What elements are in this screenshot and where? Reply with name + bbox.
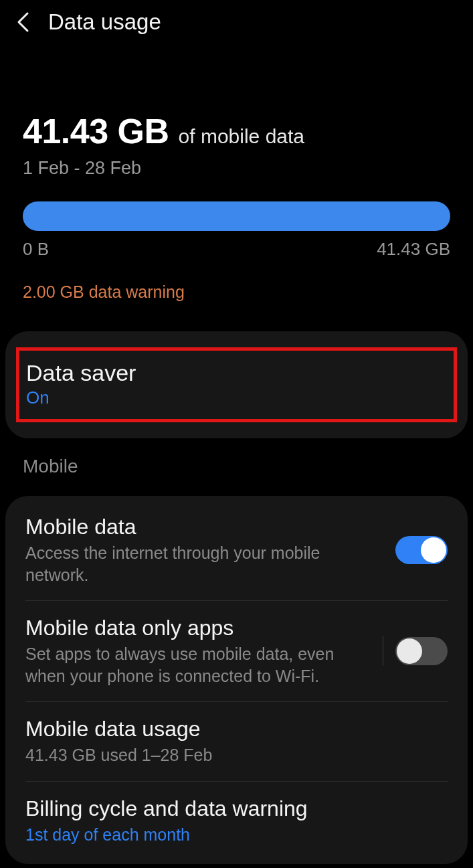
mobile-data-toggle[interactable] <box>395 536 448 564</box>
data-saver-card: Data saver On <box>5 331 468 438</box>
usage-period: 1 Feb - 28 Feb <box>23 158 450 179</box>
billing-cycle-title: Billing cycle and data warning <box>25 796 434 821</box>
mobile-only-apps-title: Mobile data only apps <box>25 616 369 640</box>
billing-cycle-desc: 1st day of each month <box>25 824 434 846</box>
section-mobile-label: Mobile <box>0 438 473 487</box>
usage-progress-labels: 0 B 41.43 GB <box>23 239 450 260</box>
header: Data usage <box>0 0 473 44</box>
usage-summary: 41.43 GB of mobile data 1 Feb - 28 Feb 0… <box>0 44 473 322</box>
mobile-data-row[interactable]: Mobile data Access the internet through … <box>5 500 468 600</box>
mobile-data-title: Mobile data <box>25 515 382 539</box>
progress-min: 0 B <box>23 239 49 260</box>
page-title: Data usage <box>48 9 161 35</box>
mobile-data-usage-desc: 41.43 GB used 1–28 Feb <box>25 744 434 766</box>
vertical-separator <box>383 636 383 666</box>
mobile-data-desc: Access the internet through your mobile … <box>25 542 382 586</box>
usage-amount: 41.43 GB <box>23 111 169 151</box>
mobile-card: Mobile data Access the internet through … <box>5 496 468 864</box>
data-saver-title: Data saver <box>26 360 447 386</box>
data-saver-status: On <box>26 387 447 408</box>
mobile-only-apps-desc: Set apps to always use mobile data, even… <box>25 643 369 687</box>
mobile-data-usage-row[interactable]: Mobile data usage 41.43 GB used 1–28 Feb <box>5 702 468 781</box>
data-saver-highlight[interactable]: Data saver On <box>16 347 457 422</box>
data-warning-text: 2.00 GB data warning <box>23 282 450 302</box>
mobile-only-apps-row[interactable]: Mobile data only apps Set apps to always… <box>5 601 468 701</box>
mobile-data-usage-title: Mobile data usage <box>25 717 434 742</box>
back-icon[interactable] <box>13 13 32 31</box>
usage-suffix: of mobile data <box>179 125 304 148</box>
progress-max: 41.43 GB <box>377 239 450 260</box>
mobile-only-apps-toggle[interactable] <box>395 637 448 665</box>
billing-cycle-row[interactable]: Billing cycle and data warning 1st day o… <box>5 782 468 861</box>
usage-progress-bar[interactable] <box>23 201 450 231</box>
